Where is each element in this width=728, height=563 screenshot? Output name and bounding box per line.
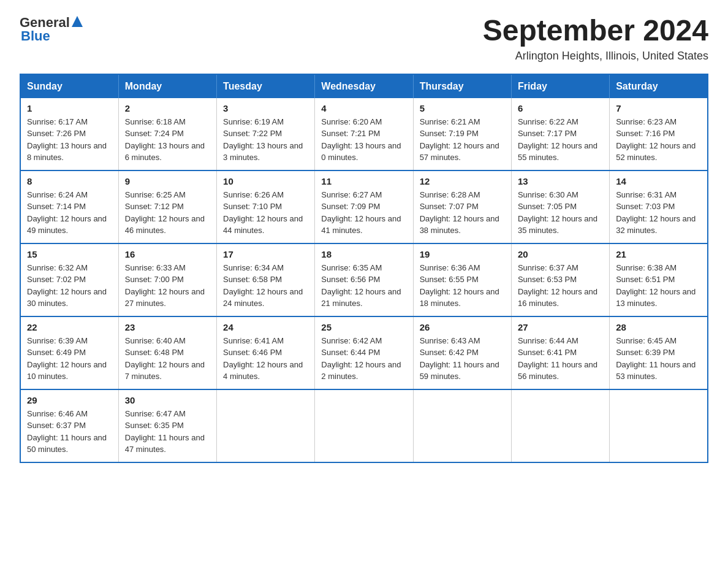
calendar-cell: 22 Sunrise: 6:39 AMSunset: 6:49 PMDaylig… <box>20 316 118 389</box>
calendar-week-row: 1 Sunrise: 6:17 AMSunset: 7:26 PMDayligh… <box>20 98 708 170</box>
day-number: 23 <box>125 322 210 332</box>
day-number: 15 <box>27 249 112 259</box>
day-number: 14 <box>616 176 701 186</box>
day-info: Sunrise: 6:32 AMSunset: 7:02 PMDaylight:… <box>27 262 112 310</box>
weekday-header-saturday: Saturday <box>610 74 708 98</box>
day-info: Sunrise: 6:38 AMSunset: 6:51 PMDaylight:… <box>616 262 701 310</box>
day-number: 7 <box>616 103 701 113</box>
calendar-cell: 18 Sunrise: 6:35 AMSunset: 6:56 PMDaylig… <box>315 243 413 316</box>
day-info: Sunrise: 6:18 AMSunset: 7:24 PMDaylight:… <box>125 116 210 164</box>
calendar-cell <box>413 389 511 462</box>
logo-triangle-icon <box>72 16 83 29</box>
calendar-cell: 29 Sunrise: 6:46 AMSunset: 6:37 PMDaylig… <box>20 389 118 462</box>
day-info: Sunrise: 6:40 AMSunset: 6:48 PMDaylight:… <box>125 335 210 383</box>
weekday-header-sunday: Sunday <box>20 74 118 98</box>
day-number: 5 <box>420 103 505 113</box>
logo-blue-text: Blue <box>21 28 50 44</box>
calendar-cell: 24 Sunrise: 6:41 AMSunset: 6:46 PMDaylig… <box>217 316 315 389</box>
calendar-cell <box>610 389 708 462</box>
day-number: 11 <box>321 176 406 186</box>
calendar-cell: 20 Sunrise: 6:37 AMSunset: 6:53 PMDaylig… <box>511 243 609 316</box>
calendar-subtitle: Arlington Heights, Illinois, United Stat… <box>483 50 708 63</box>
day-info: Sunrise: 6:39 AMSunset: 6:49 PMDaylight:… <box>27 335 112 383</box>
page-header: General Blue September 2024 Arlington He… <box>20 15 708 63</box>
weekday-header-row: SundayMondayTuesdayWednesdayThursdayFrid… <box>20 74 708 98</box>
weekday-header-monday: Monday <box>118 74 216 98</box>
calendar-cell: 2 Sunrise: 6:18 AMSunset: 7:24 PMDayligh… <box>118 98 216 170</box>
day-info: Sunrise: 6:31 AMSunset: 7:03 PMDaylight:… <box>616 189 701 237</box>
day-info: Sunrise: 6:26 AMSunset: 7:10 PMDaylight:… <box>223 189 308 237</box>
calendar-cell: 14 Sunrise: 6:31 AMSunset: 7:03 PMDaylig… <box>610 170 708 243</box>
day-info: Sunrise: 6:25 AMSunset: 7:12 PMDaylight:… <box>125 189 210 237</box>
day-info: Sunrise: 6:42 AMSunset: 6:44 PMDaylight:… <box>321 335 406 383</box>
day-info: Sunrise: 6:44 AMSunset: 6:41 PMDaylight:… <box>518 335 603 383</box>
day-info: Sunrise: 6:20 AMSunset: 7:21 PMDaylight:… <box>321 116 406 164</box>
calendar-cell: 10 Sunrise: 6:26 AMSunset: 7:10 PMDaylig… <box>217 170 315 243</box>
calendar-cell: 17 Sunrise: 6:34 AMSunset: 6:58 PMDaylig… <box>217 243 315 316</box>
calendar-week-row: 29 Sunrise: 6:46 AMSunset: 6:37 PMDaylig… <box>20 389 708 462</box>
day-info: Sunrise: 6:23 AMSunset: 7:16 PMDaylight:… <box>616 116 701 164</box>
day-info: Sunrise: 6:22 AMSunset: 7:17 PMDaylight:… <box>518 116 603 164</box>
calendar-cell: 6 Sunrise: 6:22 AMSunset: 7:17 PMDayligh… <box>511 98 609 170</box>
day-number: 26 <box>420 322 505 332</box>
day-number: 29 <box>27 395 112 405</box>
weekday-header-wednesday: Wednesday <box>315 74 413 98</box>
day-info: Sunrise: 6:35 AMSunset: 6:56 PMDaylight:… <box>321 262 406 310</box>
day-number: 2 <box>125 103 210 113</box>
day-number: 9 <box>125 176 210 186</box>
day-number: 27 <box>518 322 603 332</box>
day-number: 18 <box>321 249 406 259</box>
day-info: Sunrise: 6:47 AMSunset: 6:35 PMDaylight:… <box>125 408 210 456</box>
day-number: 28 <box>616 322 701 332</box>
day-info: Sunrise: 6:36 AMSunset: 6:55 PMDaylight:… <box>420 262 505 310</box>
day-number: 12 <box>420 176 505 186</box>
calendar-title: September 2024 <box>483 15 708 47</box>
calendar-cell: 15 Sunrise: 6:32 AMSunset: 7:02 PMDaylig… <box>20 243 118 316</box>
weekday-header-tuesday: Tuesday <box>217 74 315 98</box>
day-info: Sunrise: 6:28 AMSunset: 7:07 PMDaylight:… <box>420 189 505 237</box>
day-info: Sunrise: 6:30 AMSunset: 7:05 PMDaylight:… <box>518 189 603 237</box>
day-number: 25 <box>321 322 406 332</box>
day-number: 17 <box>223 249 308 259</box>
calendar-cell: 23 Sunrise: 6:40 AMSunset: 6:48 PMDaylig… <box>118 316 216 389</box>
day-info: Sunrise: 6:45 AMSunset: 6:39 PMDaylight:… <box>616 335 701 383</box>
calendar-cell: 13 Sunrise: 6:30 AMSunset: 7:05 PMDaylig… <box>511 170 609 243</box>
logo: General Blue <box>20 15 83 44</box>
calendar-week-row: 15 Sunrise: 6:32 AMSunset: 7:02 PMDaylig… <box>20 243 708 316</box>
calendar-cell: 26 Sunrise: 6:43 AMSunset: 6:42 PMDaylig… <box>413 316 511 389</box>
calendar-cell: 21 Sunrise: 6:38 AMSunset: 6:51 PMDaylig… <box>610 243 708 316</box>
weekday-header-friday: Friday <box>511 74 609 98</box>
calendar-cell <box>217 389 315 462</box>
day-number: 13 <box>518 176 603 186</box>
day-number: 19 <box>420 249 505 259</box>
day-number: 22 <box>27 322 112 332</box>
calendar-table: SundayMondayTuesdayWednesdayThursdayFrid… <box>20 74 708 463</box>
weekday-header-thursday: Thursday <box>413 74 511 98</box>
calendar-cell: 5 Sunrise: 6:21 AMSunset: 7:19 PMDayligh… <box>413 98 511 170</box>
day-info: Sunrise: 6:21 AMSunset: 7:19 PMDaylight:… <box>420 116 505 164</box>
calendar-cell: 12 Sunrise: 6:28 AMSunset: 7:07 PMDaylig… <box>413 170 511 243</box>
day-number: 6 <box>518 103 603 113</box>
day-info: Sunrise: 6:34 AMSunset: 6:58 PMDaylight:… <box>223 262 308 310</box>
day-number: 3 <box>223 103 308 113</box>
calendar-cell: 3 Sunrise: 6:19 AMSunset: 7:22 PMDayligh… <box>217 98 315 170</box>
title-section: September 2024 Arlington Heights, Illino… <box>483 15 708 63</box>
calendar-cell: 1 Sunrise: 6:17 AMSunset: 7:26 PMDayligh… <box>20 98 118 170</box>
day-info: Sunrise: 6:19 AMSunset: 7:22 PMDaylight:… <box>223 116 308 164</box>
day-number: 16 <box>125 249 210 259</box>
day-info: Sunrise: 6:43 AMSunset: 6:42 PMDaylight:… <box>420 335 505 383</box>
calendar-week-row: 8 Sunrise: 6:24 AMSunset: 7:14 PMDayligh… <box>20 170 708 243</box>
calendar-cell <box>315 389 413 462</box>
calendar-cell <box>511 389 609 462</box>
day-info: Sunrise: 6:24 AMSunset: 7:14 PMDaylight:… <box>27 189 112 237</box>
calendar-cell: 19 Sunrise: 6:36 AMSunset: 6:55 PMDaylig… <box>413 243 511 316</box>
calendar-cell: 9 Sunrise: 6:25 AMSunset: 7:12 PMDayligh… <box>118 170 216 243</box>
calendar-cell: 28 Sunrise: 6:45 AMSunset: 6:39 PMDaylig… <box>610 316 708 389</box>
day-number: 20 <box>518 249 603 259</box>
day-info: Sunrise: 6:27 AMSunset: 7:09 PMDaylight:… <box>321 189 406 237</box>
day-info: Sunrise: 6:37 AMSunset: 6:53 PMDaylight:… <box>518 262 603 310</box>
day-info: Sunrise: 6:41 AMSunset: 6:46 PMDaylight:… <box>223 335 308 383</box>
day-number: 24 <box>223 322 308 332</box>
calendar-cell: 30 Sunrise: 6:47 AMSunset: 6:35 PMDaylig… <box>118 389 216 462</box>
svg-marker-0 <box>72 16 83 27</box>
